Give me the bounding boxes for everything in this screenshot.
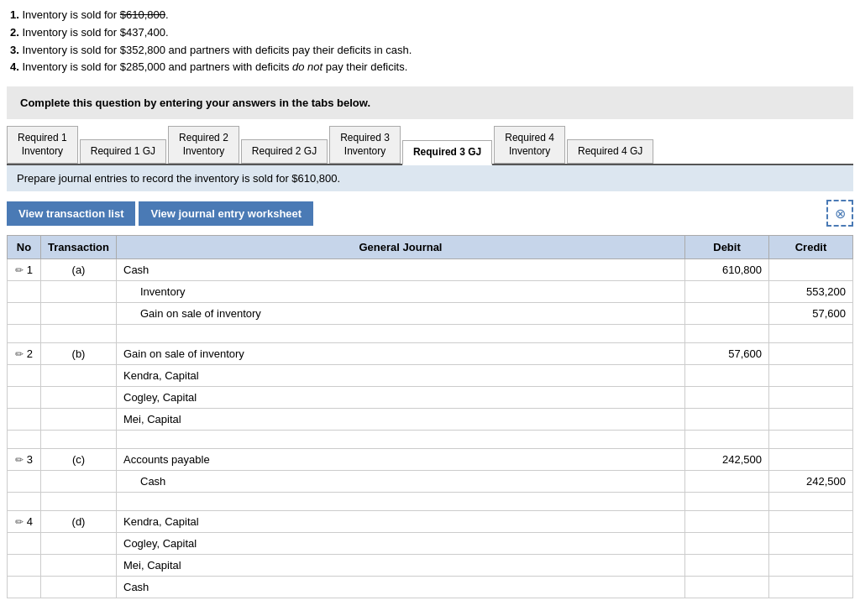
cell-debit: 610,800 <box>685 259 769 281</box>
table-header-row: No Transaction General Journal Debit Cre… <box>8 236 853 259</box>
table-row: Cash 242,500 <box>8 471 853 493</box>
tab-req3-inventory[interactable]: Required 3Inventory <box>329 126 401 164</box>
tab-req2-inventory[interactable]: Required 2Inventory <box>168 126 239 164</box>
table-row-empty <box>8 493 853 511</box>
cell-no <box>8 281 41 303</box>
cell-credit: 553,200 <box>769 281 853 303</box>
tab-req1-inventory[interactable]: Required 1Inventory <box>7 126 78 164</box>
header-credit: Credit <box>769 236 853 259</box>
table-row-empty <box>8 325 853 343</box>
cell-gj <box>117 431 685 449</box>
tab-req4-gj[interactable]: Required 4 GJ <box>567 139 653 164</box>
table-row: Kendra, Capital <box>8 365 853 387</box>
line4: 4. Inventory is sold for $285,000 and pa… <box>10 59 850 76</box>
cell-gj: Cash <box>117 259 685 281</box>
cell-credit <box>769 577 853 598</box>
table-row: ✏ 2 (b) Gain on sale of inventory 57,600 <box>8 343 853 365</box>
line1: 1. Inventory is sold for $610,800. <box>10 7 850 24</box>
cell-no <box>8 577 41 598</box>
cell-credit <box>769 343 853 365</box>
cell-debit <box>685 281 769 303</box>
action-buttons-row: View transaction list View journal entry… <box>7 200 853 227</box>
cell-gj: Cogley, Capital <box>117 387 685 409</box>
tab-description: Prepare journal entries to record the in… <box>7 165 853 191</box>
tab-req3-gj[interactable]: Required 3 GJ <box>402 140 492 166</box>
cell-credit: 57,600 <box>769 303 853 325</box>
cell-gj: Kendra, Capital <box>117 365 685 387</box>
edit-icon[interactable]: ✏ <box>15 348 24 360</box>
table-row: ✏ 1 (a) Cash 610,800 <box>8 259 853 281</box>
cell-transaction: (d) <box>41 511 117 533</box>
edit-icon[interactable]: ✏ <box>15 264 24 276</box>
journal-table: No Transaction General Journal Debit Cre… <box>7 235 853 598</box>
cell-gj: Cash <box>117 471 685 493</box>
cell-credit <box>769 511 853 533</box>
table-row: Cash <box>8 577 853 598</box>
tab-req1-gj[interactable]: Required 1 GJ <box>80 139 166 164</box>
cell-no <box>8 431 41 449</box>
cell-credit <box>769 409 853 431</box>
cell-no <box>8 493 41 511</box>
cell-no <box>8 365 41 387</box>
cell-debit <box>685 409 769 431</box>
expand-icon-button[interactable]: ⊗ <box>826 200 853 227</box>
table-row: Mei, Capital <box>8 555 853 577</box>
cell-transaction <box>41 409 117 431</box>
cell-debit <box>685 431 769 449</box>
cell-no <box>8 303 41 325</box>
cell-transaction <box>41 281 117 303</box>
cell-debit <box>685 511 769 533</box>
table-row: ✏ 3 (c) Accounts payable 242,500 <box>8 449 853 471</box>
table-row: Mei, Capital <box>8 409 853 431</box>
cell-credit <box>769 365 853 387</box>
table-row: Inventory 553,200 <box>8 281 853 303</box>
cell-transaction <box>41 493 117 511</box>
table-row: Cogley, Capital <box>8 533 853 555</box>
cell-transaction <box>41 431 117 449</box>
cell-gj: Cash <box>117 577 685 598</box>
instruction-box: Complete this question by entering your … <box>7 86 853 119</box>
table-row-empty <box>8 431 853 449</box>
edit-icon[interactable]: ✏ <box>15 454 24 466</box>
cell-no: ✏ 1 <box>8 259 41 281</box>
edit-icon[interactable]: ✏ <box>15 516 24 528</box>
cell-debit <box>685 387 769 409</box>
cell-debit <box>685 303 769 325</box>
cell-transaction: (c) <box>41 449 117 471</box>
cell-debit: 242,500 <box>685 449 769 471</box>
cell-transaction: (b) <box>41 343 117 365</box>
tab-req2-gj[interactable]: Required 2 GJ <box>241 139 328 164</box>
cell-debit <box>685 365 769 387</box>
line3: 3. Inventory is sold for $352,800 and pa… <box>10 42 850 60</box>
expand-icon: ⊗ <box>835 206 846 222</box>
cell-transaction <box>41 533 117 555</box>
cell-debit <box>685 577 769 598</box>
cell-transaction <box>41 471 117 493</box>
header-debit: Debit <box>685 236 769 259</box>
cell-debit <box>685 493 769 511</box>
cell-transaction <box>41 303 117 325</box>
cell-no: ✏ 3 <box>8 449 41 471</box>
table-row: ✏ 4 (d) Kendra, Capital <box>8 511 853 533</box>
cell-no: ✏ 4 <box>8 511 41 533</box>
cell-transaction <box>41 577 117 598</box>
cell-debit <box>685 325 769 343</box>
cell-credit <box>769 449 853 471</box>
cell-gj: Gain on sale of inventory <box>117 303 685 325</box>
cell-no: ✏ 2 <box>8 343 41 365</box>
cell-credit: 242,500 <box>769 471 853 493</box>
table-row: Cogley, Capital <box>8 387 853 409</box>
tab-req4-inventory[interactable]: Required 4Inventory <box>494 126 565 164</box>
cell-credit <box>769 259 853 281</box>
cell-credit <box>769 387 853 409</box>
cell-credit <box>769 325 853 343</box>
view-journal-button[interactable]: View journal entry worksheet <box>139 201 313 226</box>
cell-credit <box>769 533 853 555</box>
cell-debit <box>685 555 769 577</box>
cell-transaction: (a) <box>41 259 117 281</box>
view-transaction-button[interactable]: View transaction list <box>7 201 135 226</box>
cell-debit <box>685 471 769 493</box>
cell-gj: Accounts payable <box>117 449 685 471</box>
cell-credit <box>769 431 853 449</box>
cell-gj: Gain on sale of inventory <box>117 343 685 365</box>
